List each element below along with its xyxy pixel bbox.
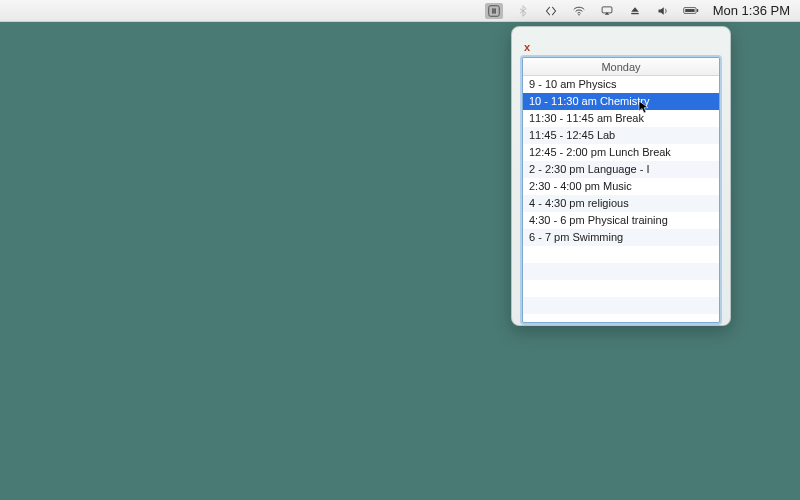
listbox-header: Monday (523, 58, 719, 76)
svg-rect-8 (696, 9, 697, 12)
volume-icon[interactable] (655, 3, 671, 19)
svg-rect-2 (494, 8, 495, 13)
svg-point-3 (578, 14, 580, 16)
eject-icon[interactable] (627, 3, 643, 19)
menu-bar-clock[interactable]: Mon 1:36 PM (713, 3, 790, 18)
close-button[interactable]: x (524, 42, 530, 53)
menu-bar: Mon 1:36 PM (0, 0, 800, 22)
airplay-icon[interactable] (599, 3, 615, 19)
list-item[interactable]: 11:45 - 12:45 Lab (523, 127, 719, 144)
list-item[interactable] (523, 263, 719, 280)
list-item[interactable]: 9 - 10 am Physics (523, 76, 719, 93)
svg-rect-4 (602, 6, 612, 12)
listbox-rows: 9 - 10 am Physics10 - 11:30 am Chemistry… (523, 76, 719, 314)
list-item[interactable]: 2:30 - 4:00 pm Music (523, 178, 719, 195)
bluetooth-icon[interactable] (515, 3, 531, 19)
svg-rect-1 (492, 8, 493, 13)
list-item[interactable] (523, 280, 719, 297)
list-item[interactable]: 4:30 - 6 pm Physical training (523, 212, 719, 229)
menu-bar-tray: Mon 1:36 PM (485, 3, 790, 19)
code-icon[interactable] (543, 3, 559, 19)
schedule-listbox[interactable]: Monday 9 - 10 am Physics10 - 11:30 am Ch… (522, 57, 720, 323)
svg-rect-0 (488, 5, 499, 16)
schedule-panel: x Monday 9 - 10 am Physics10 - 11:30 am … (511, 26, 731, 326)
wifi-icon[interactable] (571, 3, 587, 19)
list-item[interactable]: 11:30 - 11:45 am Break (523, 110, 719, 127)
list-item[interactable] (523, 246, 719, 263)
battery-icon[interactable] (683, 3, 699, 19)
list-item[interactable]: 4 - 4:30 pm religious (523, 195, 719, 212)
pause-icon[interactable] (485, 3, 503, 19)
list-item[interactable]: 12:45 - 2:00 pm Lunch Break (523, 144, 719, 161)
list-item[interactable] (523, 297, 719, 314)
svg-rect-5 (631, 12, 639, 13)
list-item[interactable]: 2 - 2:30 pm Language - I (523, 161, 719, 178)
list-item[interactable]: 10 - 11:30 am Chemistry (523, 93, 719, 110)
svg-rect-7 (685, 9, 694, 12)
list-item[interactable]: 6 - 7 pm Swimming (523, 229, 719, 246)
